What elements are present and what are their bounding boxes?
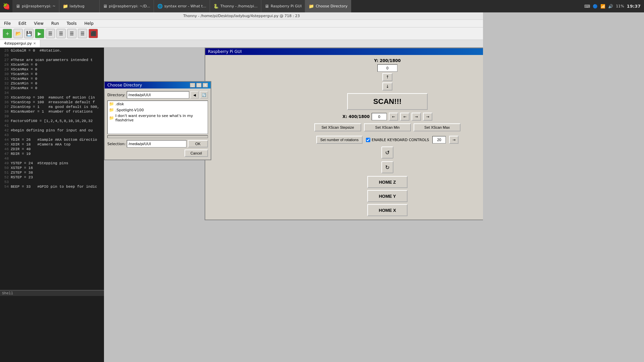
dir-list[interactable]: 📁 .disk 📁 .Spotlight-V100 📁 I don't want… (107, 101, 208, 134)
y-up-btn[interactable]: ↑ (382, 73, 392, 81)
home-y-btn[interactable]: HOME Y (367, 190, 408, 202)
code-line: 38RScanNumber = 1 #number of rotations (1, 109, 103, 114)
rpi-gui-titlebar: Raspberry Pi GUI _ □ ✕ (205, 48, 483, 55)
home-z-btn[interactable]: HOME Z (367, 176, 408, 188)
set-rotations-btn[interactable]: Set number of rotations (316, 136, 363, 144)
clock: 19:37 (627, 4, 641, 9)
taskbar-right: ⌨ 🔵 📶 🔊 11% 19:37 (581, 4, 644, 9)
code-line: 29XScanMax = 0 (1, 67, 103, 72)
code-line: 32ZScanMin = 0 (1, 81, 103, 86)
toolbar-open-btn[interactable]: 📂 (13, 29, 23, 38)
code-line: 35XScanStep = 100 #amount of motion (in (1, 95, 103, 100)
dir-list-item-spotlight[interactable]: 📁 .Spotlight-V100 (108, 107, 208, 113)
code-line: 45XDIR = 18 #Camera AKA top (1, 142, 103, 147)
menu-file[interactable]: File (3, 21, 12, 26)
y-input[interactable] (377, 64, 397, 72)
x-label: X: 400/1800 (342, 114, 370, 119)
thonny-menubar: File Edit View Run Tools Help (0, 20, 483, 27)
x-right-far-btn[interactable]: → (423, 113, 432, 121)
x-left-far-btn[interactable]: ← (389, 113, 398, 121)
code-editor[interactable]: 25GlobalR = 0 #Rotation.2627#These are s… (0, 48, 104, 290)
taskbar-tab-rpi-gui[interactable]: 🖥 Raspberry Pi GUI (261, 0, 305, 12)
enable-keyboard-checkbox[interactable] (366, 138, 370, 142)
home-x-btn[interactable]: HOME X (367, 204, 408, 216)
thonny-content: 25GlobalR = 0 #Rotation.2627#These are s… (0, 48, 483, 362)
rotate-ccw-btn[interactable]: ↻ (381, 161, 393, 173)
menu-view[interactable]: View (33, 21, 45, 26)
ok-btn[interactable]: OK (188, 140, 208, 147)
code-lines: 25GlobalR = 0 #Rotation.2627#These are s… (0, 48, 104, 190)
toolbar-step-out-btn[interactable]: ☰ (78, 29, 87, 38)
code-line: 51ZSTEP = 38 (1, 170, 103, 175)
thonny-window: Thonny - /home/pi/Desktop/ladybug/4stepp… (0, 12, 483, 362)
toolbar-save-btn[interactable]: 💾 (24, 29, 34, 38)
taskbar-tab-thonny[interactable]: 🐍 Thonny - /home/pi... (210, 0, 261, 12)
choose-dir-minimize-btn[interactable]: _ (190, 83, 195, 87)
dialog-btns-row: Cancel (107, 149, 208, 157)
toolbar-step-into-btn[interactable]: ☰ (67, 29, 76, 38)
volume-icon: 🔊 (608, 4, 613, 9)
code-line: 40FactorsOf160 = [1,2,4,5,8,10,16,20,32 (1, 119, 103, 123)
shell-title: Shell (0, 291, 104, 296)
keyboard-decrement-btn[interactable]: → (449, 136, 459, 144)
editor-tab-4steppergui[interactable]: 4steppergui.py ✕ (0, 40, 40, 47)
code-line: 41 (1, 123, 103, 128)
directory-input[interactable] (127, 91, 189, 99)
set-xscan-max-btn[interactable]: Set XScan Max (414, 123, 461, 131)
terminal2-icon: 🖥 (103, 4, 107, 9)
dir-header: Directory: ◀ 🔄 (107, 91, 208, 99)
cancel-btn[interactable]: Cancel (184, 149, 208, 157)
toolbar-step-over-btn[interactable]: ☰ (56, 29, 66, 38)
set-xscan-min-btn[interactable]: Set XScan Min (364, 123, 411, 131)
taskbar-tab-browser[interactable]: 🌐 syntax error - What t... (154, 0, 210, 12)
dir-nav-btn[interactable]: ◀ (191, 91, 199, 99)
y-down-btn[interactable]: ↓ (382, 82, 392, 90)
x-input[interactable] (372, 113, 387, 120)
choose-dir-close-btn[interactable]: ✕ (203, 83, 208, 87)
taskbar-app-icon[interactable]: 🍓 (0, 0, 12, 12)
code-line: 25GlobalR = 0 #Rotation. (1, 48, 103, 53)
menu-help[interactable]: Help (83, 21, 95, 26)
toolbar-stop-btn[interactable]: ⬛ (89, 29, 98, 38)
toolbar-debug-btn[interactable]: ☰ (46, 29, 55, 38)
taskbar-tab-terminal2[interactable]: 🖥 pi@raspberrypi: ~/D... (100, 0, 154, 12)
set-xscan-stepsize-btn[interactable]: Set XScan Stepsize (314, 123, 361, 131)
code-line: 48 (1, 156, 103, 161)
taskbar-tab-terminal1[interactable]: 🖥 pi@raspberrypi: ~ (12, 0, 59, 12)
code-line: 52RSTEP = 23 (1, 175, 103, 180)
wifi-icon: 📶 (600, 4, 605, 9)
gui-panel: Raspberry Pi GUI _ □ ✕ Y: 200/1800 ↑ ↓ (104, 48, 483, 362)
taskbar-tab-ladybug[interactable]: 📁 ladybug (59, 0, 100, 12)
dir-refresh-btn[interactable]: 🔄 (200, 91, 208, 99)
menu-edit[interactable]: Edit (17, 21, 28, 26)
x-right-btn[interactable]: → (412, 113, 421, 121)
menu-tools[interactable]: Tools (65, 21, 78, 26)
x-left-btn[interactable]: ← (400, 113, 410, 121)
code-line: 26 (1, 53, 103, 58)
taskbar-tab-choose-dir[interactable]: 📁 Choose Directory (305, 0, 351, 12)
folder-icon-spotlight: 📁 (109, 108, 114, 112)
scan-btn[interactable]: SCAN!!! (347, 93, 428, 110)
tab-close-icon[interactable]: ✕ (33, 42, 36, 45)
code-line: 53 (1, 180, 103, 184)
keyboard-value-input[interactable] (432, 136, 446, 143)
selection-input[interactable] (127, 140, 186, 147)
keyboard-icon: ⌨ (584, 4, 590, 9)
menu-run[interactable]: Run (50, 21, 60, 26)
toolbar-run-btn[interactable]: ▶ (35, 29, 44, 38)
y-label: Y: 200/1800 (374, 58, 400, 63)
rpi-gui-content: Y: 200/1800 ↑ ↓ SCAN!!! X: 400/1800 ← (205, 55, 483, 220)
scan-area: SCAN!!! (347, 93, 428, 110)
toolbar-new-btn[interactable]: + (3, 29, 12, 38)
code-line: 34 (1, 90, 103, 95)
choose-dir-maximize-btn[interactable]: □ (196, 83, 202, 87)
dir-scrollbar-horizontal[interactable] (107, 135, 208, 138)
terminal-icon: 🖥 (16, 4, 20, 9)
rotate-cw-btn[interactable]: ↺ (381, 146, 393, 159)
choose-dir-content: Directory: ◀ 🔄 📁 .disk 📁 .Spotlight-V100 (105, 88, 211, 160)
dir-list-item-custom[interactable]: 📁 I don't want everyone to see what's in… (108, 113, 208, 123)
bluetooth-icon: 🔵 (593, 4, 598, 9)
shell-content[interactable] (0, 296, 104, 298)
shell-panel: Shell (0, 290, 104, 362)
dir-list-item-disk[interactable]: 📁 .disk (108, 101, 208, 107)
